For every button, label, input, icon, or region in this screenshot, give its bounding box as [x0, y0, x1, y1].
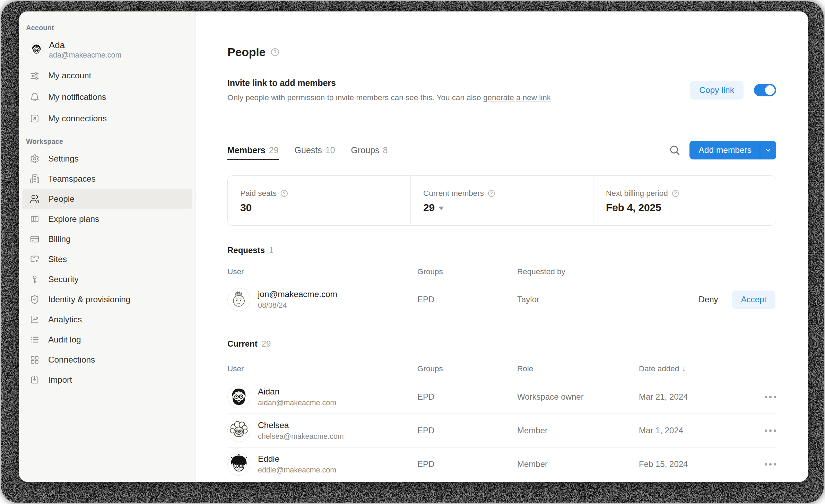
column-header-user: User [227, 260, 417, 283]
sidebar-item-audit-log[interactable]: Audit log [22, 330, 192, 350]
sidebar-item-my-connections[interactable]: My connections [22, 108, 192, 129]
invite-description-text: Only people with permission to invite me… [227, 93, 483, 102]
import-icon [30, 375, 40, 385]
more-options-button[interactable] [761, 460, 776, 469]
sidebar-item-people[interactable]: People [22, 189, 192, 209]
sidebar-user-email: ada@makeacme.com [49, 51, 121, 60]
generate-new-link[interactable]: generate a new link [483, 93, 551, 102]
invite-link-section: Invite link to add members Only people w… [227, 77, 776, 103]
member-groups: EPD [417, 392, 434, 401]
user-cell: Chelsea chelsea@makeacme.com [227, 419, 417, 442]
add-members-button[interactable]: Add members [689, 141, 776, 159]
help-icon[interactable] [270, 47, 280, 57]
section-count: 1 [269, 245, 273, 255]
deny-button[interactable]: Deny [699, 295, 718, 304]
request-user-email: jon@makeacme.com [258, 289, 337, 299]
tab-members[interactable]: Members 29 [227, 145, 279, 155]
tab-guests[interactable]: Guests 10 [295, 145, 335, 155]
sidebar-item-label: Sites [48, 254, 67, 264]
sidebar-item-explore-plans[interactable]: Explore plans [22, 209, 192, 229]
map-icon [30, 214, 40, 224]
requests-table: User Groups Requested by [227, 260, 776, 316]
tab-count: 10 [325, 145, 335, 155]
stat-value: 30 [240, 202, 410, 214]
gear-icon [30, 154, 40, 164]
stat-next-billing: Next billing period Feb 4, 2025 [593, 176, 776, 225]
user-cell: Aidan aidan@makeacme.com [227, 385, 417, 408]
column-header-date-added[interactable]: Date added ↓ [639, 357, 761, 380]
sidebar-item-settings[interactable]: Settings [22, 149, 192, 169]
sidebar-item-teamspaces[interactable]: Teamspaces [22, 169, 192, 189]
member-row: Aidan aidan@makeacme.com EPD Workspace o… [227, 380, 776, 414]
sidebar-item-label: Connections [48, 355, 95, 365]
member-date-added: Feb 15, 2024 [639, 459, 688, 469]
sidebar-item-identity-provisioning[interactable]: Identity & provisioning [22, 289, 192, 310]
sidebar-account-nav: My account My notifications My connectio… [22, 65, 192, 129]
sliders-icon [30, 71, 40, 80]
sidebar-item-my-account[interactable]: My account [22, 65, 192, 86]
search-button[interactable] [669, 144, 680, 156]
request-requested-by: Taylor [517, 295, 539, 304]
invite-link-toggle[interactable] [754, 84, 776, 96]
sidebar-item-label: My notifications [48, 92, 106, 102]
sidebar-item-sites[interactable]: Sites [22, 249, 192, 269]
sidebar-item-label: Teamspaces [48, 174, 96, 184]
sidebar-item-connections[interactable]: Connections [22, 350, 192, 370]
more-options-button[interactable] [761, 426, 776, 435]
sidebar-item-label: Settings [48, 154, 79, 164]
member-groups: EPD [417, 426, 434, 435]
member-row: Eddie eddie@makeacme.com EPD Member Feb … [227, 447, 776, 481]
chart-line-icon [30, 315, 40, 324]
stat-value-dropdown[interactable]: 29 [423, 202, 593, 214]
people-settings-main: People Invite link to add members Only p… [196, 11, 808, 482]
section-count: 29 [262, 339, 271, 349]
sidebar-workspace-nav: Settings Teamspaces Pe [22, 149, 192, 390]
sidebar-item-billing[interactable]: Billing [22, 229, 192, 249]
sort-desc-icon: ↓ [682, 364, 686, 373]
member-role: Member [517, 426, 548, 435]
help-icon[interactable] [671, 189, 680, 198]
accept-button[interactable]: Accept [732, 290, 775, 309]
help-icon[interactable] [280, 189, 288, 198]
invite-heading: Invite link to add members [227, 77, 551, 89]
help-icon[interactable] [487, 189, 496, 198]
column-header-user: User [227, 357, 417, 380]
sidebar-item-my-notifications[interactable]: My notifications [22, 86, 192, 108]
user-cell: Eddie eddie@makeacme.com [227, 453, 417, 476]
eddie-avatar [227, 453, 250, 476]
bell-icon [30, 92, 40, 102]
stat-current-members: Current members 29 [410, 176, 593, 225]
sidebar-item-security[interactable]: Security [22, 269, 192, 289]
sidebar-item-import[interactable]: Import [22, 370, 192, 390]
sidebar-item-label: Audit log [48, 334, 81, 345]
add-members-label: Add members [689, 141, 760, 159]
sidebar-item-analytics[interactable]: Analytics [22, 310, 192, 330]
more-options-button[interactable] [761, 392, 776, 402]
people-icon [30, 194, 40, 204]
sidebar-account-user[interactable]: Ada ada@makeacme.com [22, 39, 192, 60]
request-groups: EPD [417, 295, 434, 304]
jon-avatar [227, 288, 250, 311]
invite-text-block: Invite link to add members Only people w… [227, 77, 551, 103]
copy-link-button[interactable]: Copy link [690, 81, 744, 99]
tab-count: 8 [383, 145, 388, 155]
caret-down-icon [438, 207, 444, 210]
stat-label: Current members [423, 188, 484, 199]
page-title-row: People [227, 44, 776, 60]
current-members-table: User Groups Role Date added ↓ [227, 357, 776, 481]
divider [227, 121, 776, 121]
tab-label: Groups [351, 145, 380, 155]
section-title: Current [227, 338, 258, 349]
settings-window: Account Ada ada@makeacme.com [19, 11, 808, 482]
add-members-dropdown[interactable] [760, 146, 776, 154]
page-title: People [227, 45, 266, 59]
tab-count: 29 [269, 145, 279, 155]
arrow-up-right-box-icon [30, 114, 40, 123]
member-date-added: Mar 1, 2024 [639, 426, 683, 435]
tabs: Members 29 Guests 10 Groups 8 [227, 145, 388, 155]
tab-groups[interactable]: Groups 8 [351, 145, 388, 155]
sidebar-section-account: Account [22, 23, 192, 33]
chelsea-avatar [227, 419, 250, 442]
member-name: Chelsea [258, 420, 344, 431]
chevron-down-icon [764, 146, 772, 154]
